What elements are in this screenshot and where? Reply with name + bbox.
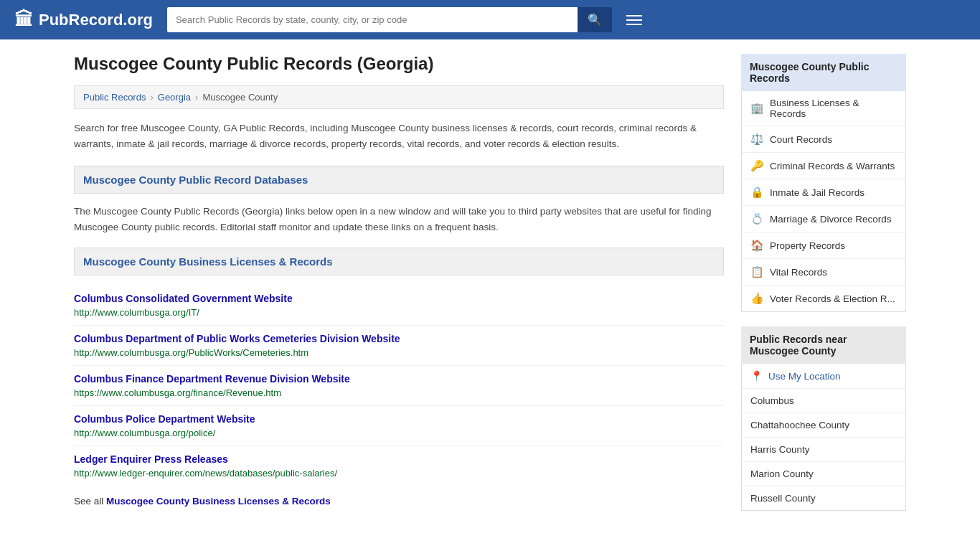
menu-button[interactable] bbox=[626, 15, 642, 25]
see-all: See all Muscogee County Business License… bbox=[74, 496, 724, 507]
sidebar-item-label: Criminal Records & Warrants bbox=[770, 161, 895, 171]
content-area: Muscogee County Public Records (Georgia)… bbox=[74, 54, 724, 525]
sidebar-nearby-list: 📍 Use My Location Columbus Chattahoochee… bbox=[741, 364, 906, 511]
search-button[interactable]: 🔍 bbox=[578, 7, 612, 32]
home-icon: 🏠 bbox=[750, 239, 764, 252]
record-entry-1: Columbus Consolidated Government Website… bbox=[74, 286, 724, 326]
see-all-link[interactable]: Muscogee County Business Licenses & Reco… bbox=[106, 496, 331, 507]
sidebar-public-records-section: Muscogee County Public Records 🏢 Busines… bbox=[741, 54, 906, 312]
business-header: Muscogee County Business Licenses & Reco… bbox=[74, 248, 724, 276]
sidebar-item-chattahoochee[interactable]: Chattahoochee County bbox=[742, 413, 905, 438]
record-entry-3: Columbus Finance Department Revenue Divi… bbox=[74, 366, 724, 406]
sidebar-nearby-section: Public Records near Muscogee County 📍 Us… bbox=[741, 326, 906, 511]
sidebar-item-business-licenses[interactable]: 🏢 Business Licenses & Records bbox=[742, 91, 905, 126]
scales-icon: ⚖️ bbox=[750, 133, 764, 146]
nearby-item-label: Use My Location bbox=[768, 371, 841, 382]
sidebar-item-harris[interactable]: Harris County bbox=[742, 438, 905, 462]
sidebar-item-label: Marriage & Divorce Records bbox=[770, 214, 892, 225]
sidebar-item-label: Business Licenses & Records bbox=[770, 98, 897, 119]
key-icon: 🔑 bbox=[750, 159, 764, 172]
nearby-item-label: Harris County bbox=[750, 444, 810, 455]
search-bar: 🔍 bbox=[167, 7, 612, 32]
breadcrumb-county: Muscogee County bbox=[202, 92, 278, 103]
nearby-item-label: Chattahoochee County bbox=[750, 420, 849, 430]
sidebar-item-marion[interactable]: Marion County bbox=[742, 462, 905, 486]
logo-icon: 🏛 bbox=[14, 9, 33, 31]
sidebar-nearby-title: Public Records near Muscogee County bbox=[741, 326, 906, 364]
sidebar-item-label: Voter Records & Election R... bbox=[770, 293, 895, 304]
lock-icon: 🔒 bbox=[750, 186, 764, 199]
record-title-2[interactable]: Columbus Department of Public Works Ceme… bbox=[74, 333, 724, 344]
breadcrumb-sep-1: › bbox=[150, 92, 153, 103]
sidebar-item-use-location[interactable]: 📍 Use My Location bbox=[742, 364, 905, 389]
record-url-5[interactable]: http://www.ledger-enquirer.com/news/data… bbox=[74, 468, 337, 479]
record-title-3[interactable]: Columbus Finance Department Revenue Divi… bbox=[74, 373, 724, 385]
sidebar-item-property-records[interactable]: 🏠 Property Records bbox=[742, 232, 905, 259]
site-header: 🏛 PubRecord.org 🔍 bbox=[0, 0, 980, 39]
pin-icon: 📍 bbox=[750, 370, 763, 382]
record-entry-4: Columbus Police Department Website http:… bbox=[74, 406, 724, 446]
record-title-5[interactable]: Ledger Enquirer Press Releases bbox=[74, 453, 724, 465]
sidebar-item-label: Property Records bbox=[770, 240, 845, 251]
logo[interactable]: 🏛 PubRecord.org bbox=[14, 9, 153, 31]
ring-icon: 💍 bbox=[750, 212, 764, 225]
sidebar-item-criminal-records[interactable]: 🔑 Criminal Records & Warrants bbox=[742, 153, 905, 179]
nearby-item-label: Marion County bbox=[750, 468, 814, 479]
breadcrumb-sep-2: › bbox=[195, 92, 198, 103]
nearby-item-label: Columbus bbox=[750, 395, 794, 406]
sidebar-item-inmate-records[interactable]: 🔒 Inmate & Jail Records bbox=[742, 179, 905, 206]
breadcrumb-georgia[interactable]: Georgia bbox=[158, 92, 191, 103]
records-list: Columbus Consolidated Government Website… bbox=[74, 286, 724, 486]
see-all-prefix: See all bbox=[74, 496, 106, 507]
record-entry-5: Ledger Enquirer Press Releases http://ww… bbox=[74, 446, 724, 486]
breadcrumb-public-records[interactable]: Public Records bbox=[83, 92, 146, 103]
sidebar-item-russell[interactable]: Russell County bbox=[742, 486, 905, 510]
briefcase-icon: 🏢 bbox=[750, 102, 764, 115]
nearby-item-label: Russell County bbox=[750, 493, 816, 504]
logo-text: PubRecord.org bbox=[39, 11, 153, 29]
record-url-3[interactable]: https://www.columbusga.org/finance/Reven… bbox=[74, 387, 281, 398]
record-url-2[interactable]: http://www.columbusga.org/PublicWorks/Ce… bbox=[74, 347, 308, 358]
sidebar-public-records-title: Muscogee County Public Records bbox=[741, 54, 906, 91]
sidebar-item-vital-records[interactable]: 📋 Vital Records bbox=[742, 259, 905, 286]
databases-header: Muscogee County Public Record Databases bbox=[74, 166, 724, 194]
record-title-1[interactable]: Columbus Consolidated Government Website bbox=[74, 293, 724, 304]
record-url-4[interactable]: http://www.columbusga.org/police/ bbox=[74, 428, 215, 438]
intro-text: Search for free Muscogee County, GA Publ… bbox=[74, 121, 724, 151]
record-entry-2: Columbus Department of Public Works Ceme… bbox=[74, 326, 724, 366]
record-url-1[interactable]: http://www.columbusga.org/IT/ bbox=[74, 307, 199, 318]
sidebar-item-label: Vital Records bbox=[770, 267, 827, 278]
search-input[interactable] bbox=[167, 7, 578, 32]
breadcrumb: Public Records › Georgia › Muscogee Coun… bbox=[74, 85, 724, 109]
sidebar-item-court-records[interactable]: ⚖️ Court Records bbox=[742, 126, 905, 153]
sidebar-records-list: 🏢 Business Licenses & Records ⚖️ Court R… bbox=[741, 91, 906, 312]
databases-text: The Muscogee County Public Records (Geor… bbox=[74, 204, 724, 235]
sidebar-item-columbus[interactable]: Columbus bbox=[742, 389, 905, 413]
page-title: Muscogee County Public Records (Georgia) bbox=[74, 54, 724, 74]
sidebar-item-marriage-records[interactable]: 💍 Marriage & Divorce Records bbox=[742, 206, 905, 232]
sidebar-item-label: Inmate & Jail Records bbox=[770, 187, 864, 198]
clipboard-icon: 📋 bbox=[750, 265, 764, 278]
sidebar-item-label: Court Records bbox=[770, 134, 832, 145]
record-title-4[interactable]: Columbus Police Department Website bbox=[74, 413, 724, 425]
main-container: Muscogee County Public Records (Georgia)… bbox=[60, 39, 920, 540]
sidebar: Muscogee County Public Records 🏢 Busines… bbox=[741, 54, 906, 525]
sidebar-item-voter-records[interactable]: 👍 Voter Records & Election R... bbox=[742, 286, 905, 311]
thumbsup-icon: 👍 bbox=[750, 292, 764, 305]
